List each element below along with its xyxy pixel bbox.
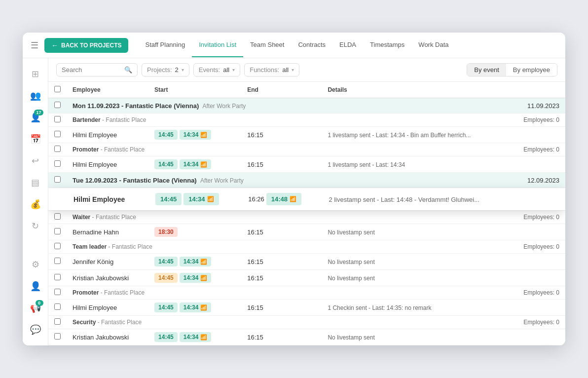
function-checkbox[interactable]	[54, 146, 61, 152]
start-time: 14:45 14:34 📶	[148, 270, 241, 286]
money-icon: 💰	[30, 199, 41, 210]
sidebar-item-dashboard[interactable]: ⊞	[26, 64, 45, 84]
employee-name: Hilmi Employee	[67, 156, 148, 173]
events-filter[interactable]: Events: all ▾	[193, 63, 240, 76]
settings-icon: ⚙	[32, 259, 39, 270]
announce-badge: 0	[36, 300, 43, 306]
hamburger-icon[interactable]: ☰	[31, 40, 38, 51]
sidebar-item-settings[interactable]: ⚙	[26, 255, 45, 274]
search-input[interactable]	[62, 66, 121, 74]
back-to-projects-button[interactable]: ← BACK TO PROJECTS	[44, 38, 128, 53]
employee-checkbox[interactable]	[54, 131, 61, 137]
invitation-table: Employee Start End Details Mon 11.09.202…	[48, 82, 565, 345]
chevron-down-icon: ▾	[292, 67, 294, 73]
employee-name: Jennifer König	[67, 254, 148, 270]
by-employee-button[interactable]: By employee	[506, 64, 557, 76]
event-checkbox[interactable]	[54, 176, 61, 183]
functions-filter[interactable]: Functions: all ▾	[244, 63, 299, 76]
projects-filter[interactable]: Projects: 2 ▾	[142, 63, 189, 76]
tab-contracts[interactable]: Contracts	[291, 33, 332, 57]
start-header: Start	[148, 82, 241, 98]
top-nav: ☰ ← BACK TO PROJECTS Staff Planning Invi…	[23, 33, 565, 58]
list-icon: ▤	[31, 177, 39, 188]
event-title: Tue 12.09.2023 - Fantastic Place (Vienna…	[67, 173, 322, 188]
start-time: 14:45 14:34 📶	[148, 127, 241, 143]
chevron-down-icon: ▾	[182, 67, 184, 73]
employee-row: Hilmi Employee 14:45 14:34 📶 16:15 1 Che…	[48, 300, 565, 316]
sidebar-item-calendar[interactable]: 📅	[26, 129, 45, 149]
end-time: 16:15	[241, 224, 322, 240]
employee-checkbox[interactable]	[54, 303, 61, 310]
employee-count: Employees: 0	[508, 316, 565, 329]
nav-tabs: Staff Planning Invitation List Team Shee…	[138, 33, 557, 57]
detail-text: 1 Checkin sent - Last: 14:35: no remark	[322, 300, 508, 316]
function-label: Promoter - Fantastic Place	[67, 143, 508, 156]
employee-checkbox[interactable]	[54, 160, 61, 167]
tab-timestamps[interactable]: Timestamps	[363, 33, 411, 57]
end-time: 16:15	[241, 127, 322, 143]
function-row: Bartender - Fantastic Place Employees: 0	[48, 113, 565, 127]
team-icon: 👥	[30, 90, 41, 101]
event-date: 11.09.2023	[508, 98, 565, 113]
search-box[interactable]: 🔍	[56, 63, 138, 76]
employee-count: Employees: 0	[508, 286, 565, 300]
tab-invitation-list[interactable]: Invitation List	[192, 33, 243, 57]
end-time: 16:15	[241, 156, 322, 173]
start-time: 18:30	[148, 224, 241, 240]
function-checkbox[interactable]	[54, 318, 61, 325]
event-date: 12.09.2023	[508, 173, 565, 188]
sidebar-item-money[interactable]: 💰	[26, 194, 45, 214]
tooltip-detail: 2 livestamp sent - Last: 14:48 - Verdamm…	[322, 188, 565, 211]
tooltip-employee-name: Hilmi Employee	[67, 188, 148, 211]
sidebar-item-chat[interactable]: 💬	[26, 320, 45, 340]
start-time: 14:45 14:34 📶	[148, 300, 241, 316]
detail-text: No livestamp sent	[322, 329, 508, 345]
function-row: Waiter - Fantastic Place Employees: 0	[48, 211, 565, 224]
employee-checkbox[interactable]	[54, 258, 61, 264]
sidebar-item-announce[interactable]: 📢 0	[26, 298, 45, 318]
function-row: Promoter - Fantastic Place Employees: 0	[48, 143, 565, 156]
tab-elda[interactable]: ELDA	[332, 33, 363, 57]
employee-count: Employees: 0	[508, 113, 565, 127]
sidebar-item-users[interactable]: 👤 17	[26, 108, 45, 127]
end-time: 16:15	[241, 270, 322, 286]
end-time: 16:15	[241, 254, 322, 270]
tab-staff-planning[interactable]: Staff Planning	[138, 33, 192, 57]
tab-team-sheet[interactable]: Team Sheet	[243, 33, 291, 57]
chat-icon: 💬	[30, 324, 41, 335]
function-row: Team leader - Fantastic Place Employees:…	[48, 240, 565, 254]
function-checkbox[interactable]	[54, 116, 61, 122]
employee-name: Kristian Jakubowski	[67, 329, 148, 345]
event-row: Tue 12.09.2023 - Fantastic Place (Vienna…	[48, 173, 565, 188]
employee-checkbox[interactable]	[54, 274, 61, 280]
end-time: 16:15	[241, 300, 322, 316]
function-label: Security - Fantastic Place	[67, 316, 508, 329]
sidebar-item-refresh[interactable]: ↻	[26, 216, 45, 236]
main-layout: ⊞ 👥 👤 17 📅 ↩ ▤ 💰 ↻	[23, 58, 565, 345]
function-checkbox[interactable]	[54, 213, 61, 220]
sidebar-item-back[interactable]: ↩	[26, 151, 45, 171]
chevron-down-icon: ▾	[232, 67, 235, 73]
detail-text: 1 livestamp sent - Last: 14:34	[322, 156, 508, 173]
sidebar-item-team[interactable]: 👥	[26, 86, 45, 106]
employee-checkbox[interactable]	[54, 228, 61, 234]
content-area: 🔍 Projects: 2 ▾ Events: all ▾ Functions:…	[48, 58, 565, 345]
sidebar-item-list[interactable]: ▤	[26, 173, 45, 192]
employee-name: Kristian Jakubowski	[67, 270, 148, 286]
select-all-checkbox[interactable]	[54, 86, 61, 92]
employee-header: Employee	[67, 82, 148, 98]
event-checkbox[interactable]	[54, 102, 61, 108]
tab-work-data[interactable]: Work Data	[411, 33, 455, 57]
tooltip-end-time: 16:26 14:48 📶	[241, 188, 322, 211]
employee-checkbox[interactable]	[54, 333, 61, 340]
employee-name: Hilmi Employee	[67, 300, 148, 316]
function-checkbox[interactable]	[54, 289, 61, 295]
sidebar-item-account[interactable]: 👤	[26, 276, 45, 296]
function-checkbox[interactable]	[54, 243, 61, 249]
function-row: Security - Fantastic Place Employees: 0	[48, 316, 565, 329]
app-window: ☰ ← BACK TO PROJECTS Staff Planning Invi…	[23, 33, 565, 345]
start-time: 14:45 14:34 📶	[148, 254, 241, 270]
start-time: 14:45 14:34 📶	[148, 329, 241, 345]
back-icon: ↩	[32, 155, 39, 166]
by-event-button[interactable]: By event	[467, 64, 506, 76]
